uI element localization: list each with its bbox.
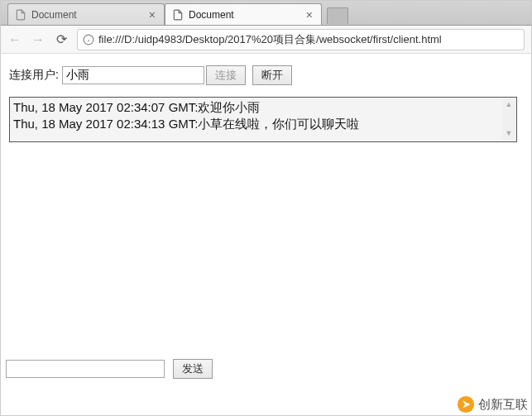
browser-tab-inactive[interactable]: Document ×	[7, 3, 165, 25]
log-line: Thu, 18 May 2017 02:34:07 GMT:欢迎你小雨	[13, 99, 513, 116]
scrollbar[interactable]: ▲ ▼	[502, 98, 515, 141]
log-line: Thu, 18 May 2017 02:34:13 GMT:小草在线啦，你们可以…	[13, 116, 513, 132]
forward-icon[interactable]: →	[31, 32, 46, 47]
page-content: 连接用户: 连接 断开 Thu, 18 May 2017 02:34:07 GM…	[1, 54, 531, 142]
message-log[interactable]: Thu, 18 May 2017 02:34:07 GMT:欢迎你小雨 Thu,…	[9, 97, 517, 142]
reload-icon[interactable]: ⟳	[54, 31, 69, 47]
close-icon[interactable]: ×	[147, 9, 157, 21]
tab-title: Document	[189, 9, 300, 21]
scroll-up-icon[interactable]: ▲	[502, 98, 515, 112]
logo-icon	[457, 395, 475, 414]
file-icon	[15, 9, 26, 21]
message-input[interactable]	[6, 360, 165, 378]
browser-tab-active[interactable]: Document ×	[165, 3, 322, 25]
new-tab-button[interactable]	[327, 7, 348, 24]
close-icon[interactable]: ×	[304, 9, 314, 21]
username-input[interactable]	[62, 66, 204, 84]
user-label: 连接用户:	[9, 68, 59, 83]
connect-button[interactable]: 连接	[206, 65, 246, 85]
connect-row: 连接用户: 连接 断开	[9, 65, 523, 85]
info-icon[interactable]	[83, 34, 94, 45]
tab-bar: Document × Document ×	[1, 1, 531, 26]
send-button[interactable]: 发送	[173, 359, 213, 379]
disconnect-button[interactable]: 断开	[252, 65, 292, 85]
nav-bar: ← → ⟳ file:///D:/uidp4983/Desktop/2017%2…	[1, 26, 531, 54]
send-row: 发送	[6, 359, 213, 379]
url-text: file:///D:/uidp4983/Desktop/2017%20项目合集/…	[98, 32, 442, 47]
back-icon[interactable]: ←	[7, 32, 22, 47]
file-icon	[172, 9, 184, 21]
address-bar[interactable]: file:///D:/uidp4983/Desktop/2017%20项目合集/…	[77, 29, 525, 50]
watermark-text: 创新互联	[478, 397, 528, 413]
watermark: 创新互联	[457, 395, 528, 414]
tab-title: Document	[31, 9, 142, 21]
scroll-down-icon[interactable]: ▼	[502, 127, 515, 141]
